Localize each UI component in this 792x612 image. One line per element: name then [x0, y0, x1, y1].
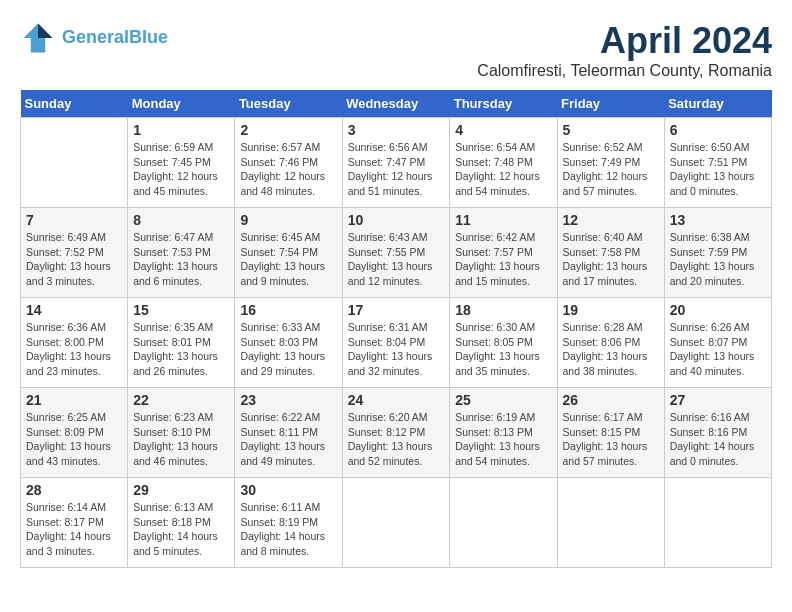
day-number: 2: [240, 122, 336, 138]
calendar-cell: 16Sunrise: 6:33 AM Sunset: 8:03 PM Dayli…: [235, 298, 342, 388]
title-block: April 2024 Calomfiresti, Teleorman Count…: [477, 20, 772, 80]
day-info: Sunrise: 6:47 AM Sunset: 7:53 PM Dayligh…: [133, 230, 229, 289]
logo: GeneralBlue: [20, 20, 168, 56]
weekday-saturday: Saturday: [664, 90, 771, 118]
day-number: 24: [348, 392, 445, 408]
day-number: 17: [348, 302, 445, 318]
week-row-1: 1Sunrise: 6:59 AM Sunset: 7:45 PM Daylig…: [21, 118, 772, 208]
calendar-cell: 4Sunrise: 6:54 AM Sunset: 7:48 PM Daylig…: [450, 118, 557, 208]
day-number: 10: [348, 212, 445, 228]
day-number: 9: [240, 212, 336, 228]
calendar-cell: 2Sunrise: 6:57 AM Sunset: 7:46 PM Daylig…: [235, 118, 342, 208]
day-info: Sunrise: 6:35 AM Sunset: 8:01 PM Dayligh…: [133, 320, 229, 379]
day-info: Sunrise: 6:23 AM Sunset: 8:10 PM Dayligh…: [133, 410, 229, 469]
calendar-cell: 8Sunrise: 6:47 AM Sunset: 7:53 PM Daylig…: [128, 208, 235, 298]
calendar-cell: 27Sunrise: 6:16 AM Sunset: 8:16 PM Dayli…: [664, 388, 771, 478]
calendar-cell: 24Sunrise: 6:20 AM Sunset: 8:12 PM Dayli…: [342, 388, 450, 478]
calendar-cell: 13Sunrise: 6:38 AM Sunset: 7:59 PM Dayli…: [664, 208, 771, 298]
day-number: 5: [563, 122, 659, 138]
day-number: 19: [563, 302, 659, 318]
day-info: Sunrise: 6:54 AM Sunset: 7:48 PM Dayligh…: [455, 140, 551, 199]
calendar-cell: 29Sunrise: 6:13 AM Sunset: 8:18 PM Dayli…: [128, 478, 235, 568]
day-info: Sunrise: 6:22 AM Sunset: 8:11 PM Dayligh…: [240, 410, 336, 469]
calendar-cell: 30Sunrise: 6:11 AM Sunset: 8:19 PM Dayli…: [235, 478, 342, 568]
day-number: 23: [240, 392, 336, 408]
day-number: 20: [670, 302, 766, 318]
calendar-cell: 11Sunrise: 6:42 AM Sunset: 7:57 PM Dayli…: [450, 208, 557, 298]
calendar-cell: 23Sunrise: 6:22 AM Sunset: 8:11 PM Dayli…: [235, 388, 342, 478]
day-number: 16: [240, 302, 336, 318]
weekday-header-row: SundayMondayTuesdayWednesdayThursdayFrid…: [21, 90, 772, 118]
calendar-cell: 25Sunrise: 6:19 AM Sunset: 8:13 PM Dayli…: [450, 388, 557, 478]
day-number: 14: [26, 302, 122, 318]
calendar-cell: [342, 478, 450, 568]
day-number: 28: [26, 482, 122, 498]
day-number: 21: [26, 392, 122, 408]
calendar-cell: 14Sunrise: 6:36 AM Sunset: 8:00 PM Dayli…: [21, 298, 128, 388]
calendar-cell: 21Sunrise: 6:25 AM Sunset: 8:09 PM Dayli…: [21, 388, 128, 478]
day-info: Sunrise: 6:40 AM Sunset: 7:58 PM Dayligh…: [563, 230, 659, 289]
calendar-table: SundayMondayTuesdayWednesdayThursdayFrid…: [20, 90, 772, 568]
week-row-4: 21Sunrise: 6:25 AM Sunset: 8:09 PM Dayli…: [21, 388, 772, 478]
calendar-cell: [664, 478, 771, 568]
day-number: 22: [133, 392, 229, 408]
day-number: 29: [133, 482, 229, 498]
day-number: 13: [670, 212, 766, 228]
weekday-tuesday: Tuesday: [235, 90, 342, 118]
calendar-cell: 15Sunrise: 6:35 AM Sunset: 8:01 PM Dayli…: [128, 298, 235, 388]
calendar-cell: [557, 478, 664, 568]
day-number: 1: [133, 122, 229, 138]
day-info: Sunrise: 6:13 AM Sunset: 8:18 PM Dayligh…: [133, 500, 229, 559]
calendar-subtitle: Calomfiresti, Teleorman County, Romania: [477, 62, 772, 80]
day-info: Sunrise: 6:36 AM Sunset: 8:00 PM Dayligh…: [26, 320, 122, 379]
calendar-body: 1Sunrise: 6:59 AM Sunset: 7:45 PM Daylig…: [21, 118, 772, 568]
day-info: Sunrise: 6:43 AM Sunset: 7:55 PM Dayligh…: [348, 230, 445, 289]
calendar-cell: 18Sunrise: 6:30 AM Sunset: 8:05 PM Dayli…: [450, 298, 557, 388]
day-info: Sunrise: 6:42 AM Sunset: 7:57 PM Dayligh…: [455, 230, 551, 289]
day-number: 6: [670, 122, 766, 138]
calendar-cell: 10Sunrise: 6:43 AM Sunset: 7:55 PM Dayli…: [342, 208, 450, 298]
weekday-wednesday: Wednesday: [342, 90, 450, 118]
calendar-cell: 28Sunrise: 6:14 AM Sunset: 8:17 PM Dayli…: [21, 478, 128, 568]
calendar-cell: [450, 478, 557, 568]
logo-text: GeneralBlue: [62, 28, 168, 48]
day-number: 3: [348, 122, 445, 138]
day-number: 15: [133, 302, 229, 318]
day-info: Sunrise: 6:50 AM Sunset: 7:51 PM Dayligh…: [670, 140, 766, 199]
day-number: 26: [563, 392, 659, 408]
day-number: 8: [133, 212, 229, 228]
calendar-cell: 12Sunrise: 6:40 AM Sunset: 7:58 PM Dayli…: [557, 208, 664, 298]
day-info: Sunrise: 6:33 AM Sunset: 8:03 PM Dayligh…: [240, 320, 336, 379]
day-info: Sunrise: 6:52 AM Sunset: 7:49 PM Dayligh…: [563, 140, 659, 199]
day-info: Sunrise: 6:56 AM Sunset: 7:47 PM Dayligh…: [348, 140, 445, 199]
day-number: 27: [670, 392, 766, 408]
day-info: Sunrise: 6:30 AM Sunset: 8:05 PM Dayligh…: [455, 320, 551, 379]
day-info: Sunrise: 6:57 AM Sunset: 7:46 PM Dayligh…: [240, 140, 336, 199]
calendar-cell: 5Sunrise: 6:52 AM Sunset: 7:49 PM Daylig…: [557, 118, 664, 208]
page-header: GeneralBlue April 2024 Calomfiresti, Tel…: [20, 20, 772, 80]
day-info: Sunrise: 6:17 AM Sunset: 8:15 PM Dayligh…: [563, 410, 659, 469]
calendar-cell: 26Sunrise: 6:17 AM Sunset: 8:15 PM Dayli…: [557, 388, 664, 478]
day-number: 7: [26, 212, 122, 228]
day-info: Sunrise: 6:45 AM Sunset: 7:54 PM Dayligh…: [240, 230, 336, 289]
weekday-monday: Monday: [128, 90, 235, 118]
day-info: Sunrise: 6:28 AM Sunset: 8:06 PM Dayligh…: [563, 320, 659, 379]
weekday-thursday: Thursday: [450, 90, 557, 118]
calendar-cell: 9Sunrise: 6:45 AM Sunset: 7:54 PM Daylig…: [235, 208, 342, 298]
day-info: Sunrise: 6:16 AM Sunset: 8:16 PM Dayligh…: [670, 410, 766, 469]
day-info: Sunrise: 6:14 AM Sunset: 8:17 PM Dayligh…: [26, 500, 122, 559]
svg-marker-1: [38, 24, 52, 38]
day-info: Sunrise: 6:26 AM Sunset: 8:07 PM Dayligh…: [670, 320, 766, 379]
calendar-cell: [21, 118, 128, 208]
day-number: 4: [455, 122, 551, 138]
week-row-2: 7Sunrise: 6:49 AM Sunset: 7:52 PM Daylig…: [21, 208, 772, 298]
day-info: Sunrise: 6:25 AM Sunset: 8:09 PM Dayligh…: [26, 410, 122, 469]
weekday-sunday: Sunday: [21, 90, 128, 118]
calendar-cell: 17Sunrise: 6:31 AM Sunset: 8:04 PM Dayli…: [342, 298, 450, 388]
calendar-title: April 2024: [477, 20, 772, 62]
day-info: Sunrise: 6:59 AM Sunset: 7:45 PM Dayligh…: [133, 140, 229, 199]
calendar-cell: 20Sunrise: 6:26 AM Sunset: 8:07 PM Dayli…: [664, 298, 771, 388]
calendar-cell: 22Sunrise: 6:23 AM Sunset: 8:10 PM Dayli…: [128, 388, 235, 478]
week-row-3: 14Sunrise: 6:36 AM Sunset: 8:00 PM Dayli…: [21, 298, 772, 388]
day-info: Sunrise: 6:49 AM Sunset: 7:52 PM Dayligh…: [26, 230, 122, 289]
